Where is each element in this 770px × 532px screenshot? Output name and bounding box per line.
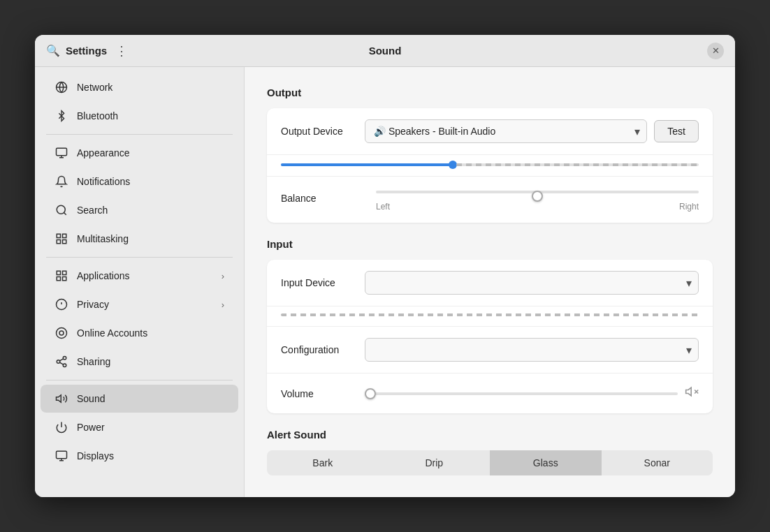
sidebar-item-applications[interactable]: Applications › (41, 262, 238, 290)
search-sidebar-icon (55, 203, 68, 217)
alert-tab-bark[interactable]: Bark (267, 450, 379, 475)
svg-rect-9 (63, 271, 66, 274)
svg-point-17 (63, 364, 66, 367)
configuration-label: Configuration (281, 344, 365, 355)
panel-title: Sound (369, 45, 402, 57)
output-volume-track (281, 163, 699, 166)
displays-icon (55, 449, 68, 463)
svg-rect-6 (57, 240, 60, 244)
volume-control (365, 385, 699, 402)
divider-1 (46, 134, 233, 135)
balance-label: Balance (281, 193, 365, 204)
titlebar-title: Settings (66, 45, 107, 57)
applications-icon (55, 269, 68, 283)
network-icon (55, 80, 68, 94)
multitasking-icon (55, 232, 68, 246)
balance-row: Balance Left Right (267, 177, 713, 223)
sidebar-label-search: Search (77, 205, 108, 216)
sidebar-label-appearance: Appearance (77, 147, 130, 158)
sidebar-item-online-accounts[interactable]: Online Accounts (41, 319, 238, 347)
main-panel: Output Output Device 🔊 Speakers - Built-… (245, 67, 735, 497)
privacy-icon (55, 297, 68, 311)
input-device-select[interactable] (365, 271, 699, 295)
sidebar-label-online-accounts: Online Accounts (77, 327, 147, 339)
sharing-icon (55, 355, 68, 369)
output-volume-dashed (456, 163, 699, 166)
input-device-label: Input Device (281, 277, 365, 288)
balance-left-label: Left (376, 202, 390, 212)
balance-thumb (532, 191, 543, 202)
sidebar-label-privacy: Privacy (77, 299, 109, 310)
sidebar-item-displays[interactable]: Displays (41, 442, 238, 470)
balance-rail (376, 191, 699, 193)
sidebar-label-displays: Displays (77, 450, 114, 461)
sidebar-item-power[interactable]: Power (41, 413, 238, 441)
sidebar-item-search[interactable]: Search (41, 196, 238, 224)
alert-sound-tabs: Bark Drip Glass Sonar (267, 450, 713, 475)
alert-tab-glass[interactable]: Glass (490, 450, 602, 475)
sidebar-item-sharing[interactable]: Sharing (41, 348, 238, 376)
bluetooth-icon (55, 109, 68, 123)
power-icon (55, 420, 68, 434)
configuration-row: Configuration ▾ (267, 327, 713, 374)
titlebar-left: 🔍 Settings ⋮ (46, 40, 131, 61)
titlebar: 🔍 Settings ⋮ Sound ✕ (35, 35, 735, 67)
notifications-icon (55, 175, 68, 189)
settings-window: 🔍 Settings ⋮ Sound ✕ Network Bluetooth (35, 35, 735, 497)
svg-line-3 (64, 212, 66, 214)
sound-icon (55, 392, 68, 406)
svg-rect-5 (63, 234, 66, 237)
menu-button[interactable]: ⋮ (112, 40, 131, 61)
output-device-select-wrapper: 🔊 Speakers - Built-in Audio ▾ (365, 119, 647, 143)
close-button[interactable]: ✕ (707, 43, 724, 59)
output-device-row: Output Device 🔊 Speakers - Built-in Audi… (267, 108, 713, 155)
sidebar-item-network[interactable]: Network (41, 73, 238, 101)
online-accounts-icon (55, 326, 68, 340)
svg-line-19 (59, 359, 63, 361)
output-section-title: Output (267, 87, 713, 98)
input-section-title: Input (267, 238, 713, 250)
alert-section-title: Alert Sound (267, 429, 713, 441)
svg-rect-22 (57, 451, 67, 459)
input-device-select-wrapper: ▾ (365, 271, 699, 295)
configuration-select-wrapper: ▾ (365, 338, 699, 362)
sidebar-label-sound: Sound (77, 393, 105, 404)
input-device-control: ▾ (365, 271, 699, 295)
svg-marker-23 (686, 387, 692, 396)
search-icon: 🔍 (46, 44, 60, 57)
output-device-select[interactable]: 🔊 Speakers - Built-in Audio (365, 119, 647, 143)
sidebar-label-power: Power (77, 422, 105, 433)
volume-label: Volume (281, 388, 365, 399)
sidebar-item-privacy[interactable]: Privacy › (41, 290, 238, 318)
svg-rect-10 (57, 277, 60, 281)
balance-track (376, 185, 699, 199)
sidebar-label-multitasking: Multitasking (77, 233, 129, 244)
divider-2 (46, 257, 233, 258)
svg-point-15 (63, 357, 66, 360)
test-button[interactable]: Test (654, 120, 699, 142)
appearance-icon (55, 146, 68, 160)
balance-right-label: Right (679, 202, 699, 212)
configuration-control: ▾ (365, 338, 699, 362)
sidebar-label-applications: Applications (77, 270, 130, 281)
svg-marker-20 (57, 395, 61, 403)
output-card: Output Device 🔊 Speakers - Built-in Audi… (267, 108, 713, 223)
divider-3 (46, 380, 233, 380)
sidebar-item-bluetooth[interactable]: Bluetooth (41, 102, 238, 130)
sidebar-item-notifications[interactable]: Notifications (41, 168, 238, 195)
volume-rail (365, 392, 678, 395)
svg-point-14 (59, 331, 64, 335)
arrow-privacy: › (221, 300, 224, 310)
mute-icon (685, 385, 699, 402)
sidebar-item-appearance[interactable]: Appearance (41, 139, 238, 167)
alert-tab-drip[interactable]: Drip (379, 450, 491, 475)
svg-rect-4 (57, 234, 60, 237)
svg-line-18 (59, 362, 63, 364)
volume-slider-track (365, 385, 699, 402)
sidebar-label-sharing: Sharing (77, 356, 110, 367)
alert-tab-sonar[interactable]: Sonar (602, 450, 713, 475)
configuration-select[interactable] (365, 338, 699, 362)
sidebar-item-sound[interactable]: Sound (41, 385, 238, 413)
sidebar-item-multitasking[interactable]: Multitasking (41, 225, 238, 253)
svg-point-16 (57, 360, 60, 364)
